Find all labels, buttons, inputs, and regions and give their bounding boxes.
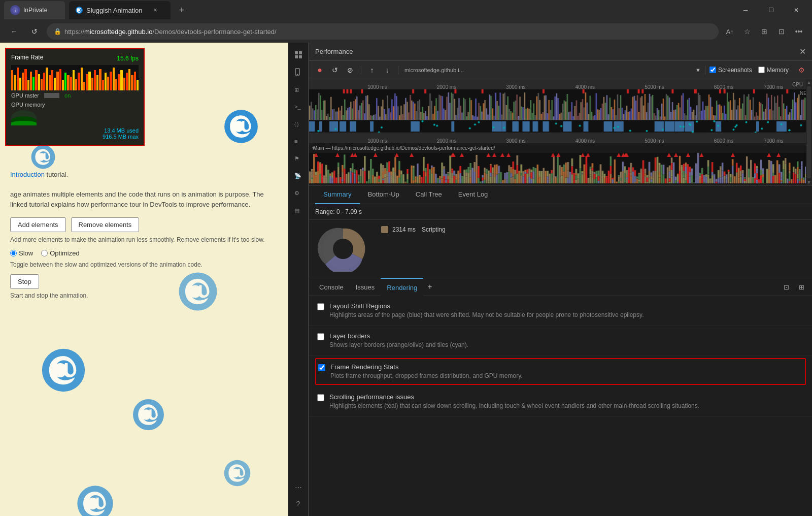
scrolling-perf-checkbox[interactable] [317, 394, 324, 401]
reader-mode-btn[interactable]: A↑ [723, 24, 737, 39]
scripting-color [381, 226, 388, 233]
help-icon[interactable]: ? [290, 496, 307, 512]
scrollbar-up[interactable]: ▲ [806, 79, 812, 85]
memory-checkbox[interactable] [758, 67, 765, 73]
memory-checkbox-label[interactable]: Memory [758, 67, 789, 74]
slow-radio[interactable] [10, 250, 17, 256]
address-input[interactable]: 🔒 https://microsoftedge.github.io/Demos/… [47, 23, 719, 40]
window-controls: ─ ☐ ✕ [734, 2, 808, 18]
refresh-btn[interactable]: ↺ [26, 23, 43, 40]
close-window-btn[interactable]: ✕ [785, 2, 808, 18]
gpu-memory-label: GPU memory [11, 102, 45, 108]
event-log-tab[interactable]: Event Log [450, 186, 496, 204]
url-dropdown[interactable]: ▼ [695, 67, 701, 73]
svg-text:⊞: ⊞ [294, 87, 299, 93]
memory-label: Memory [767, 67, 789, 74]
settings-btn[interactable]: ⚙ [795, 63, 808, 77]
tab-title: Sluggish Animation [86, 7, 143, 14]
layer-borders-item: Layer borders Shows layer borders (orang… [317, 332, 804, 349]
call-tree-tab[interactable]: Call Tree [408, 186, 450, 204]
svg-text:i: i [15, 8, 16, 13]
summary-tab[interactable]: Summary [315, 186, 360, 204]
scrollbar-thumb[interactable] [807, 86, 811, 178]
remove-elements-btn[interactable]: Remove elements [71, 217, 140, 232]
device-mode-icon[interactable] [290, 64, 307, 80]
inprivate-tab[interactable]: i InPrivate [4, 1, 65, 19]
inspect-icon[interactable] [290, 47, 307, 63]
screenshots-checkbox-label[interactable]: Screenshots [709, 67, 752, 74]
perf-close-btn[interactable]: ✕ [799, 47, 806, 56]
edge-logo-1 [223, 109, 259, 144]
svg-rect-13 [299, 55, 302, 58]
intro-link[interactable]: Introduction [10, 171, 45, 178]
focus-panel-btn[interactable]: ⊞ [795, 280, 808, 294]
rendering-tab[interactable]: Rendering [381, 278, 423, 296]
edge-logo-7 [76, 485, 114, 516]
reload-record-btn[interactable]: ↺ [328, 63, 342, 77]
bottom-tab-icons: ⊡ ⊞ [780, 280, 808, 294]
collapse-icon[interactable]: ▼ [311, 145, 316, 151]
favorites-btn[interactable]: ☆ [740, 24, 754, 39]
download-btn[interactable]: ↓ [381, 63, 394, 77]
performance-panel: Performance ✕ ● ↺ ⊘ ↑ ↓ microsoftedge.gi… [309, 43, 812, 516]
inprivate-icon: i [10, 5, 20, 15]
sources-icon[interactable]: { } [290, 116, 307, 132]
timeline-scrollbar[interactable]: ▲ ▼ [806, 79, 812, 185]
svg-rect-10 [295, 51, 298, 54]
screenshots-checkbox[interactable] [709, 67, 716, 73]
svg-text:⚙: ⚙ [294, 190, 299, 196]
scrollbar-down[interactable]: ▼ [806, 179, 812, 185]
bottom-up-tab[interactable]: Bottom-Up [360, 186, 408, 204]
optimized-radio-label[interactable]: Optimized [41, 249, 80, 257]
more-btn[interactable]: ••• [792, 24, 806, 39]
scrolling-perf-text: Scrolling performance issues Highlights … [329, 393, 699, 410]
performance-icon[interactable]: ⚑ [290, 150, 307, 167]
maximize-btn[interactable]: ☐ [759, 2, 783, 18]
application-icon[interactable]: ⚙ [290, 185, 307, 201]
stop-btn[interactable]: Stop [10, 274, 39, 289]
body-text: age animates multiple elements and the c… [10, 190, 264, 208]
security-icon[interactable]: ▤ [290, 202, 307, 218]
frame-rendering-highlighted: Frame Rendering Stats Plots frame throug… [315, 358, 806, 385]
active-tab[interactable]: Sluggish Animation × [69, 1, 171, 19]
cpu-bars [309, 89, 812, 120]
page-intro: Introduction tutorial. age animates mult… [10, 170, 278, 209]
scrolling-perf-desc: Highlights elements (teal) that can slow… [329, 402, 699, 410]
optimized-radio[interactable] [41, 250, 48, 256]
scripting-ms: 2314 ms [392, 226, 416, 233]
screenshots-label: Screenshots [718, 67, 752, 74]
lock-icon: 🔒 [54, 28, 61, 35]
slow-radio-label[interactable]: Slow [10, 249, 33, 257]
dock-side-btn[interactable]: ⊡ [780, 280, 793, 294]
layout-shift-checkbox[interactable] [317, 303, 324, 310]
add-tab-btn[interactable]: + [423, 282, 436, 292]
svg-text:▤: ▤ [294, 207, 299, 213]
frame-rate-overlay: Frame Rate 15.6 fps [5, 48, 145, 146]
elements-icon[interactable]: ⊞ [290, 81, 307, 98]
tab-close-btn[interactable]: × [154, 7, 157, 14]
issues-tab[interactable]: Issues [350, 278, 381, 296]
split-btn[interactable]: ⊞ [757, 24, 771, 39]
fps-bars [11, 65, 139, 90]
title-bar: i InPrivate Sluggish Animation × + ─ ☐ ✕ [0, 0, 812, 20]
svg-text:⚑: ⚑ [294, 155, 299, 162]
minimize-btn[interactable]: ─ [734, 2, 757, 18]
console-icon[interactable]: >_ [290, 99, 307, 115]
upload-btn[interactable]: ↑ [365, 63, 379, 77]
console-tab[interactable]: Console [313, 278, 350, 296]
back-btn[interactable]: ← [6, 23, 22, 40]
layout-shift-title: Layout Shift Regions [329, 302, 644, 310]
more-tools-icon[interactable]: ⋯ [290, 479, 307, 496]
record-btn[interactable]: ● [313, 63, 326, 77]
toolbar-separator-1 [361, 66, 361, 75]
collections-btn[interactable]: ⊡ [774, 24, 789, 39]
memory-icon[interactable]: 📡 [290, 168, 307, 184]
clear-btn[interactable]: ⊘ [344, 63, 357, 77]
edge-favicon [75, 6, 83, 14]
new-tab-btn[interactable]: + [175, 3, 189, 17]
layer-borders-checkbox[interactable] [317, 333, 324, 340]
add-elements-btn[interactable]: Add elements [10, 217, 66, 232]
network-icon[interactable]: ≡ [290, 133, 307, 149]
frame-rendering-checkbox[interactable] [318, 364, 325, 371]
memory-max-value: 916.5 MB max [103, 134, 139, 140]
